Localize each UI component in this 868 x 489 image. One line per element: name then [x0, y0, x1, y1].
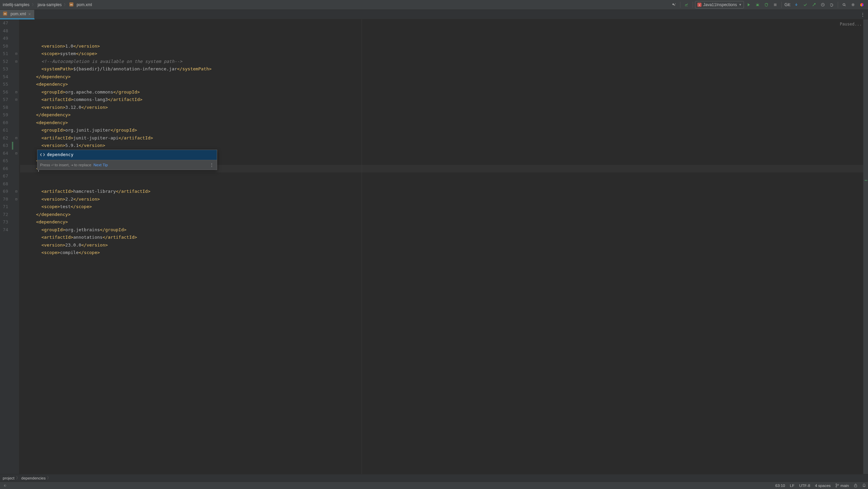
code-line[interactable]: <dependency>	[20, 81, 863, 88]
code-line[interactable]: <groupId>org.jetbrains</groupId>	[20, 226, 863, 234]
line-ending-selector[interactable]: LF	[790, 484, 794, 488]
breadcrumb-file[interactable]: pom.xml	[76, 2, 92, 7]
search-everywhere-button[interactable]	[840, 1, 848, 9]
code-line[interactable]: <artifactId>hamcrest-library</artifactId…	[20, 188, 863, 196]
autocomplete-options-button[interactable]: ⋮	[209, 161, 214, 169]
git-history-button[interactable]	[819, 1, 827, 9]
code-line[interactable]	[20, 172, 863, 180]
code-line[interactable]: <version>1.0</version>	[20, 43, 863, 50]
line-number[interactable]: 73	[0, 218, 8, 226]
line-number[interactable]: 69	[0, 188, 8, 196]
line-number[interactable]: 63	[0, 142, 8, 150]
code-line[interactable]: <dependency>	[20, 119, 863, 127]
fold-open-icon[interactable]: ⊟	[15, 196, 17, 203]
line-number[interactable]: 59	[0, 111, 8, 119]
lock-indicator[interactable]	[854, 483, 857, 488]
build-project-button[interactable]	[682, 1, 691, 9]
line-number[interactable]: 68	[0, 180, 8, 188]
change-marker[interactable]	[12, 142, 13, 150]
file-tab-pom[interactable]: m pom.xml ×	[0, 10, 35, 19]
line-number[interactable]: 58	[0, 104, 8, 112]
fold-close-icon[interactable]: ⊟	[15, 88, 17, 96]
notifications-button[interactable]	[862, 483, 866, 488]
encoding-selector[interactable]: UTF-8	[799, 484, 810, 488]
fold-column[interactable]: ⊟⊟⊟⊟⊟⊟⊟⊟	[14, 19, 19, 474]
code-line[interactable]: <version>5.9.1</version>	[20, 142, 863, 150]
settings-button[interactable]	[849, 1, 857, 9]
line-number[interactable]: 60	[0, 119, 8, 127]
line-number[interactable]: 74	[0, 226, 8, 234]
line-number[interactable]: 66	[0, 165, 8, 173]
git-branch-selector[interactable]: main	[835, 483, 849, 488]
fold-open-icon[interactable]: ⊟	[15, 96, 17, 104]
code-line[interactable]: <scope>system</scope>	[20, 50, 863, 58]
next-tip-link[interactable]: Next Tip	[93, 163, 108, 167]
line-number[interactable]: 48	[0, 27, 8, 35]
line-number[interactable]: 51	[0, 50, 8, 58]
line-number[interactable]: 70	[0, 196, 8, 203]
line-number[interactable]: 56	[0, 88, 8, 96]
breadcrumb-module[interactable]: java-samples	[37, 2, 63, 7]
caret-position[interactable]: 63:10	[775, 484, 785, 488]
code-line[interactable]: <version>23.0.0</version>	[20, 241, 863, 249]
inspection-indicator[interactable]: Paused...	[840, 20, 862, 28]
code-line[interactable]: <groupId>org.junit.jupiter</groupId>	[20, 127, 863, 134]
git-commit-button[interactable]	[801, 1, 809, 9]
line-number[interactable]: 50	[0, 43, 8, 50]
code-line[interactable]: </dependency>	[20, 111, 863, 119]
code-line[interactable]: <systemPath>${basedir}/lib/annotation-in…	[20, 65, 863, 73]
close-tab-button[interactable]: ×	[28, 12, 32, 17]
code-line[interactable]: <version>3.12.0</version>	[20, 104, 863, 112]
editor-right-gutter[interactable]	[863, 19, 868, 474]
stop-button[interactable]	[771, 1, 779, 9]
fold-close-icon[interactable]: ⊟	[15, 50, 17, 58]
code-content[interactable]: <version>1.0</version> <scope>system</sc…	[19, 19, 863, 474]
line-number[interactable]: 61	[0, 127, 8, 134]
tab-options-button[interactable]: ⋮	[858, 11, 867, 19]
line-number[interactable]: 65	[0, 157, 8, 165]
code-line[interactable]	[20, 180, 863, 188]
debug-button[interactable]	[753, 1, 762, 9]
line-number[interactable]: 47	[0, 19, 8, 27]
line-number[interactable]: 62	[0, 134, 8, 142]
xml-breadcrumb-item[interactable]: dependencies	[21, 476, 46, 480]
line-number[interactable]: 54	[0, 73, 8, 81]
line-number[interactable]: 71	[0, 203, 8, 211]
line-number[interactable]: 72	[0, 211, 8, 219]
fold-open-icon[interactable]: ⊟	[15, 58, 17, 66]
git-push-button[interactable]	[810, 1, 818, 9]
fold-close-icon[interactable]: ⊟	[15, 150, 17, 157]
code-line[interactable]: <groupId>org.apache.commons</groupId>	[20, 88, 863, 96]
tool-window-toggle-button[interactable]	[2, 483, 8, 489]
line-number[interactable]: 64	[0, 150, 8, 157]
code-line[interactable]: <artifactId>annotations</artifactId>	[20, 234, 863, 241]
fold-close-icon[interactable]: ⊟	[15, 134, 17, 142]
git-update-button[interactable]	[792, 1, 800, 9]
code-line[interactable]: </dependency>	[20, 211, 863, 219]
code-line[interactable]: <!--Autocompletion is available on the s…	[20, 58, 863, 66]
line-number[interactable]: 57	[0, 96, 8, 104]
code-with-me-button[interactable]	[670, 1, 678, 9]
code-line[interactable]: </dependency>	[20, 73, 863, 81]
run-button[interactable]	[745, 1, 753, 9]
line-number[interactable]: 55	[0, 81, 8, 88]
coverage-button[interactable]	[762, 1, 770, 9]
code-line[interactable]: <scope>compile</scope>	[20, 249, 863, 257]
code-line[interactable]: <version>2.2</version>	[20, 196, 863, 203]
autocomplete-suggestion[interactable]: dependency	[37, 150, 217, 160]
line-number[interactable]: 67	[0, 172, 8, 180]
line-number[interactable]: 52	[0, 58, 8, 66]
toolbox-button[interactable]	[858, 1, 866, 9]
breadcrumb-root[interactable]: intellij-samples	[2, 2, 30, 7]
code-line[interactable]: <dependency>	[20, 218, 863, 226]
code-line[interactable]: <scope>test</scope>	[20, 203, 863, 211]
code-line[interactable]: <artifactId>commons-lang3</artifactId>	[20, 96, 863, 104]
change-marker[interactable]	[865, 180, 867, 181]
code-line[interactable]: <artifactId>junit-jupiter-api</artifactI…	[20, 134, 863, 142]
line-number[interactable]: 53	[0, 65, 8, 73]
fold-close-icon[interactable]: ⊟	[15, 188, 17, 196]
git-revert-button[interactable]	[828, 1, 836, 9]
line-number[interactable]: 49	[0, 35, 8, 43]
code-editor[interactable]: 4748495051525354555657585960616263646566…	[0, 19, 868, 474]
indent-selector[interactable]: 4 spaces	[815, 484, 831, 488]
